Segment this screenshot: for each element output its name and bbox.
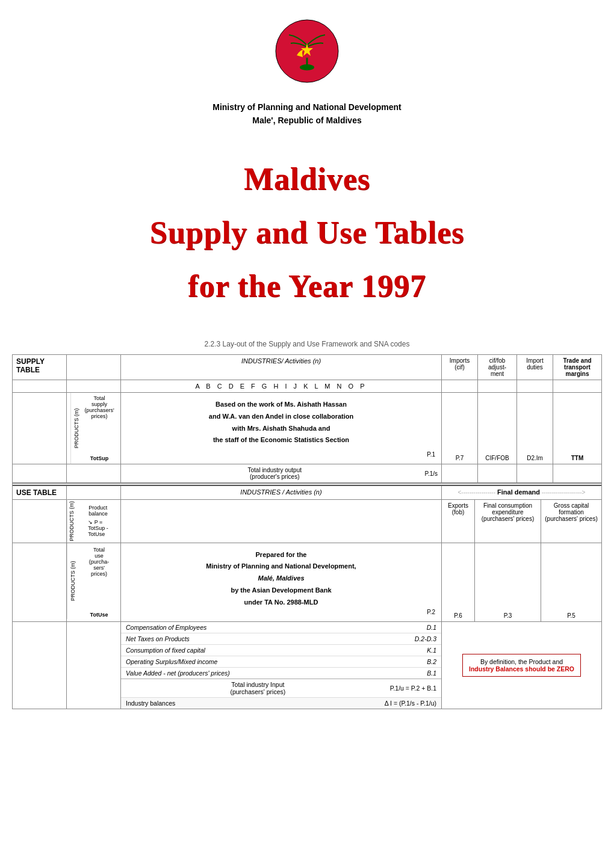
supply-p1s-label: P.1/s xyxy=(425,470,438,477)
trade-transport-header: Trade andtransportmargins xyxy=(553,355,601,380)
supply-alphabet: A B C D E F G H I J K L M N O P xyxy=(121,380,442,392)
total-industry-input-row: Total industry Input (purchasers' prices… xyxy=(121,679,441,698)
supply-ttm-code: TTM xyxy=(571,455,584,461)
supply-main-text: Based on the work of Ms. Aishath Hassan … xyxy=(127,399,435,446)
title-section: Maldives Supply and Use Tables for the Y… xyxy=(150,161,465,304)
supply-d2im-code: D2.Im xyxy=(527,455,543,461)
producer-prices-label: (producer's prices) xyxy=(125,473,425,480)
use-total-use-label: Totaluse(purcha-sers'prices) xyxy=(89,547,110,577)
by-definition-section: By definition, the Product and Industry … xyxy=(442,622,601,709)
industry-balances-row: Industry balances Δ I = (P.1/s - P.1/u) xyxy=(121,698,441,709)
consumption-fixed-row: Consumption of fixed capital K.1 xyxy=(121,645,441,656)
ciffob-header: cif/fobadjust-ment xyxy=(478,355,517,380)
products-m-vertical-label: PRODUCTS (m) xyxy=(70,393,82,464)
framework-caption: 2.2.3 Lay-out of the Supply and Use Fram… xyxy=(12,340,602,348)
supply-p1-label: P.1 xyxy=(427,451,435,458)
final-consumption-sub-header: Final consumption expenditure (purchaser… xyxy=(475,500,541,543)
framework-section: 2.2.3 Lay-out of the Supply and Use Fram… xyxy=(12,340,602,709)
operating-surplus-row: Operating Surplus/Mixed income B.2 xyxy=(121,656,441,668)
use-table-label: USE TABLE xyxy=(13,486,67,499)
final-demand-header: <----------------- Final demand --------… xyxy=(442,486,601,499)
supply-industries-header: INDUSTRIES/ Activities (n) xyxy=(121,355,442,380)
supply-main-content-row: PRODUCTS (m) Total supply (purchasers' p… xyxy=(13,393,601,464)
supply-use-framework-table: SUPPLY TABLE INDUSTRIES/ Activities (n) … xyxy=(12,354,602,709)
svg-point-2 xyxy=(300,64,314,70)
net-taxes-row: Net Taxes on Products D.2-D.3 xyxy=(121,633,441,645)
use-product-balance-label: Productbalance xyxy=(88,505,108,517)
title-maldives: Maldives xyxy=(150,161,465,197)
gross-capital-sub-header: Gross capital formation (purchasers' pri… xyxy=(541,500,601,543)
title-year: for the Year 1997 xyxy=(150,268,465,304)
imports-header: Imports(cif) xyxy=(442,355,478,380)
supply-p7-label: P.7 xyxy=(456,455,464,461)
use-prepared-text: Prepared for the Ministry of Planning an… xyxy=(127,549,435,609)
supply-alphabet-row: A B C D E F G H I J K L M N O P xyxy=(13,380,601,393)
ministry-info: Ministry of Planning and National Develo… xyxy=(212,102,401,125)
supply-total-industry-row: Total industry output (producer's prices… xyxy=(13,464,601,484)
use-p-formula-label: ↘ P =TotSup -TotUse xyxy=(88,519,108,537)
supply-totsup-label: TotSup xyxy=(90,455,108,461)
use-p2-label: P.2 xyxy=(427,609,435,615)
title-supply-use: Supply and Use Tables xyxy=(150,215,465,250)
supply-products-col-label xyxy=(67,355,121,380)
by-definition-text1: By definition, the Product and xyxy=(480,658,563,665)
ministry-line2: Male', Republic of Maldives xyxy=(212,115,401,125)
use-table-header-row: USE TABLE INDUSTRIES / Activities (n) <-… xyxy=(13,486,601,500)
supply-ciffob-code: CIF/FOB xyxy=(485,455,509,461)
value-added-row: Value Added - net (producers' prices) B.… xyxy=(121,668,441,679)
page: Ministry of Planning and National Develo… xyxy=(0,0,614,868)
supply-table-label: SUPPLY TABLE xyxy=(13,355,67,380)
use-subheader-row: PRODUCTS (m) Productbalance ↘ P =TotSup … xyxy=(13,500,601,543)
use-products-m-label2: PRODUCTS (m) xyxy=(67,543,78,619)
use-exports-p6: P.6 xyxy=(442,543,475,621)
use-detail-rows: Compensation of Employees D.1 Net Taxes … xyxy=(13,622,601,709)
compensation-row: Compensation of Employees D.1 xyxy=(121,622,441,633)
use-main-content-row: PRODUCTS (m) Totaluse(purcha-sers'prices… xyxy=(13,543,601,622)
use-gross-capital-p5: P.5 xyxy=(541,543,601,621)
maldives-emblem-icon xyxy=(274,18,340,84)
use-industries-header: INDUSTRIES / Activities (n) xyxy=(121,486,442,499)
ministry-line1: Ministry of Planning and National Develo… xyxy=(212,102,401,112)
supply-total-supply-label: Total supply (purchasers' prices) xyxy=(84,395,114,419)
supply-table-header-row: SUPPLY TABLE INDUSTRIES/ Activities (n) … xyxy=(13,355,601,380)
logo-section xyxy=(274,18,340,84)
use-totuse-label: TotUse xyxy=(90,612,108,618)
exports-sub-header: Exports (fob) xyxy=(442,500,475,543)
use-products-m-label: PRODUCTS (m) xyxy=(67,500,76,543)
by-definition-box: By definition, the Product and Industry … xyxy=(462,654,581,677)
use-final-consumption-p3: P.3 xyxy=(475,543,541,621)
by-definition-text2: Industry Balances should be ZERO xyxy=(469,665,574,673)
import-duties-header: Importduties xyxy=(517,355,553,380)
total-industry-output-label: Total industry output xyxy=(125,467,425,473)
